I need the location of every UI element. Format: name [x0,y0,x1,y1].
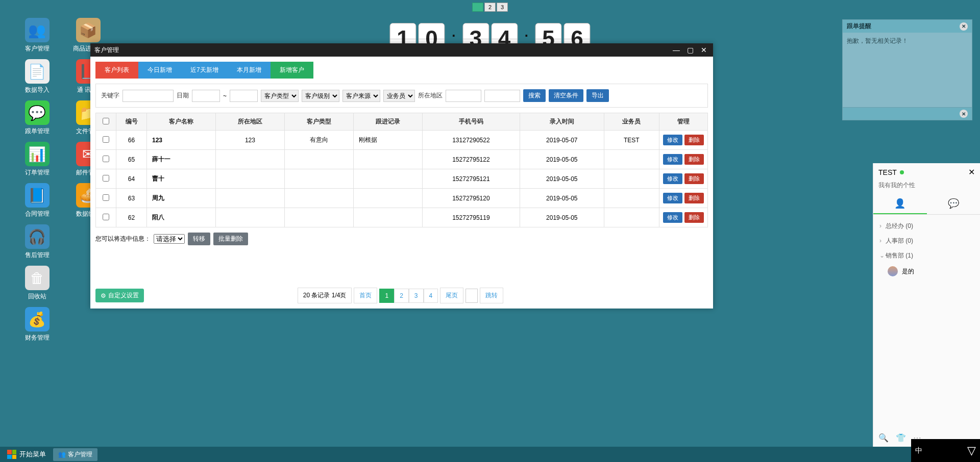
desktop-icon-0[interactable]: 👥客户管理 [15,18,59,53]
page-2[interactable]: 2 [394,289,409,303]
column-header-8: 业务员 [604,113,659,131]
keyword-input[interactable] [122,90,174,102]
workspace-pager: 2 3 [472,3,508,12]
tab-1[interactable]: 今日新增 [138,62,181,79]
page-3[interactable]: 3 [409,289,424,303]
row-checkbox[interactable] [103,156,109,162]
bulk-delete-button[interactable]: 批量删除 [213,233,248,245]
pager-2[interactable]: 2 [484,3,496,12]
desktop-icon-10[interactable]: 🎧售后管理 [15,224,59,260]
row-checkbox[interactable] [103,194,109,201]
taskbar-item-customer[interactable]: 👥 客户管理 [53,448,97,461]
page-4[interactable]: 4 [424,289,438,303]
close-icon[interactable]: ✕ [699,46,709,54]
cell-name[interactable]: 薛十一 [147,150,216,169]
date-to-input[interactable] [230,90,258,102]
cell-followup [353,150,422,169]
customer-level-select[interactable]: 客户级别 [302,90,339,102]
column-header-6: 手机号码 [422,113,520,131]
cell-name[interactable]: 周九 [147,189,216,208]
cell-name[interactable]: 123 [147,131,216,150]
app-label: 客户管理 [25,44,50,53]
customer-source-select[interactable]: 客户来源 [342,90,380,102]
ime-indicator[interactable]: 中 ▽ [911,439,980,462]
notification-close-icon-2[interactable]: ✕ [960,110,968,118]
cell-followup [353,189,422,208]
bulk-select[interactable]: 请选择 [154,234,185,244]
desktop-icon-14[interactable]: 💰财务管理 [15,307,59,342]
date-sep: ~ [223,92,227,99]
table-header-row: 编号客户名称所在地区客户类型跟进记录手机号码录入时间业务员管理 [96,113,708,131]
export-button[interactable]: 导出 [586,89,609,102]
row-checkbox[interactable] [103,175,109,182]
clear-button[interactable]: 清空条件 [549,89,583,102]
edit-button[interactable]: 修改 [663,154,682,165]
delete-button[interactable]: 删除 [684,154,704,165]
minimize-icon[interactable]: — [671,46,682,54]
start-button[interactable]: 开始菜单 [3,450,50,459]
notification-close-icon[interactable]: ✕ [960,22,968,31]
staff-select[interactable]: 业务员 [383,90,415,102]
app-icon: 📘 [25,183,50,208]
tab-0[interactable]: 客户列表 [95,62,138,79]
chat-group-0[interactable]: 总经办 (0) [877,219,976,234]
cell-region: 123 [215,131,284,150]
page-last[interactable]: 尾页 [440,288,463,303]
cell-followup [353,169,422,189]
edit-button[interactable]: 修改 [663,193,682,203]
desktop-icon-6[interactable]: 📊订单管理 [15,142,59,177]
search-icon[interactable]: 🔍 [878,433,889,443]
delete-button[interactable]: 删除 [684,135,704,145]
status-dot-icon [900,170,904,174]
desktop-icon-8[interactable]: 📘合同管理 [15,183,59,218]
search-button[interactable]: 搜索 [523,89,546,102]
cell-name[interactable]: 阳八 [147,208,216,227]
shirt-icon[interactable]: 👕 [896,433,906,443]
tab-2[interactable]: 近7天新增 [181,62,228,79]
desktop-icon-12[interactable]: 🗑回收站 [15,266,59,301]
page-first[interactable]: 首页 [354,288,377,303]
titlebar[interactable]: 客户管理 — ▢ ✕ [90,43,713,57]
delete-button[interactable]: 删除 [684,212,704,223]
select-all-checkbox[interactable] [103,118,109,124]
region-input-2[interactable] [484,90,520,102]
chat-messages-tab[interactable]: 💬 [927,194,981,214]
row-checkbox[interactable] [103,136,109,143]
table-row: 66 123 123 有意向 刚根据 13127290522 2019-05-0… [96,131,708,150]
edit-button[interactable]: 修改 [663,212,682,223]
cell-type [284,150,353,169]
chat-member[interactable]: 是的 [877,263,976,279]
page-jump-button[interactable]: 跳转 [480,288,503,303]
customer-type-select[interactable]: 客户类型 [261,90,299,102]
tab-3[interactable]: 本月新增 [228,62,271,79]
page-1[interactable]: 1 [379,289,394,303]
page-jump-input[interactable] [465,289,478,303]
app-icon: 💰 [25,307,50,331]
row-checkbox[interactable] [103,214,109,220]
desktop-icon-2[interactable]: 📄数据导入 [15,59,59,94]
cell-name[interactable]: 曹十 [147,169,216,189]
app-icon: 🎧 [25,224,50,249]
delete-button[interactable]: 删除 [684,173,704,184]
cell-staff [604,150,659,169]
maximize-icon[interactable]: ▢ [685,46,696,54]
chat-close-icon[interactable]: ✕ [968,167,975,177]
ime-lang: 中 [915,446,922,455]
custom-settings-button[interactable]: ⚙ 自定义设置 [95,289,144,302]
chat-group-1[interactable]: 人事部 (0) [877,234,976,248]
date-from-input[interactable] [192,90,220,102]
cell-date: 2019-05-05 [520,150,604,169]
transfer-button[interactable]: 转移 [188,233,210,245]
pager-3[interactable]: 3 [497,3,508,12]
chat-group-2[interactable]: 销售部 (1) [877,248,976,263]
edit-button[interactable]: 修改 [663,173,682,184]
column-header-1: 编号 [116,113,147,131]
tab-4[interactable]: 新增客户 [271,62,313,79]
windows-logo-icon [7,450,16,459]
chat-contacts-tab[interactable]: 👤 [873,194,927,214]
region-input[interactable] [446,90,481,102]
pager-1[interactable] [472,3,483,12]
edit-button[interactable]: 修改 [663,135,682,145]
desktop-icon-4[interactable]: 💬跟单管理 [15,100,59,136]
delete-button[interactable]: 删除 [684,193,704,203]
